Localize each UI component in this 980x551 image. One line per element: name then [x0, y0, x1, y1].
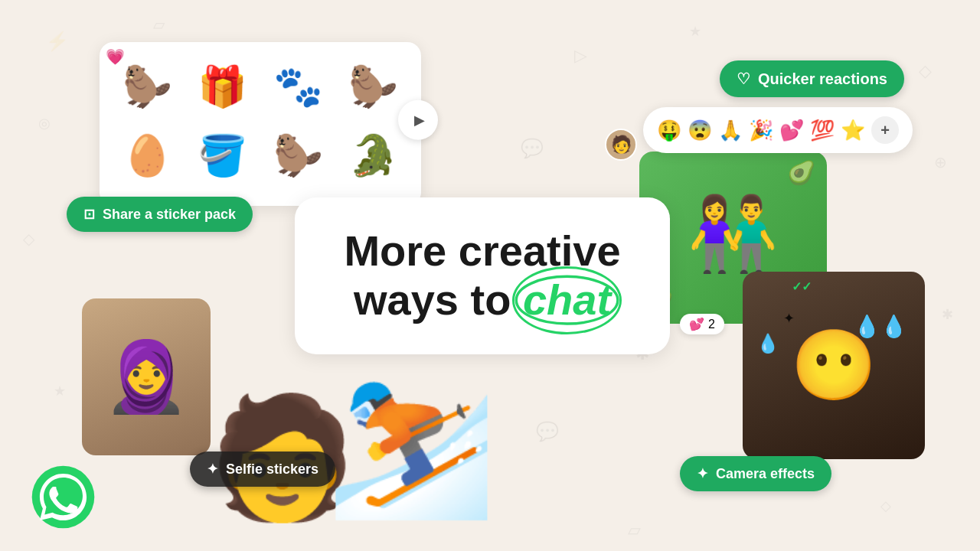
emoji-hearts[interactable]: 💕: [779, 119, 804, 142]
emoji-coin[interactable]: 🤑: [657, 119, 681, 142]
whatsapp-logo: [31, 465, 96, 530]
emoji-star[interactable]: ⭐: [841, 119, 865, 142]
camera-effects-photo: 😶 💧💧 💧 ✦: [743, 272, 925, 459]
play-button[interactable]: ▶: [398, 100, 438, 140]
emoji-scared[interactable]: 😨: [688, 119, 712, 142]
reaction-count-badge: 💕 2: [680, 314, 724, 334]
sticker-3: 🐾: [264, 56, 332, 117]
heart-icon: ♡: [737, 70, 750, 88]
skier-emoji: ⛷️: [325, 375, 498, 513]
camera-effects-label: Camera effects: [716, 466, 815, 482]
play-icon: ▶: [414, 112, 425, 129]
emoji-pray[interactable]: 🙏: [718, 119, 743, 142]
couple-emoji: 👫: [688, 191, 779, 277]
sticker-5: 🥚: [113, 125, 181, 186]
share-sticker-pack-button[interactable]: ⊡ Share a sticker pack: [67, 197, 253, 232]
emoji-party[interactable]: 🎉: [749, 119, 773, 142]
emoji-100[interactable]: 💯: [810, 119, 835, 142]
sparkle1: ✦: [783, 310, 795, 327]
title-highlight: chat: [523, 276, 611, 324]
sticker-2: 🎁: [189, 56, 257, 117]
selfie-icon: ✦: [207, 461, 218, 478]
sticker-pack-card: 🦫 🎁 🐾 🦫 🥚 🪣 🦫 🐊 ▶: [100, 42, 421, 206]
selfie-person1-photo: 🧕: [82, 298, 211, 455]
share-sticker-label: Share a sticker pack: [103, 207, 236, 223]
check-icon: ✓✓: [792, 279, 812, 294]
selfie-person3-skier: ⛷️: [329, 260, 494, 513]
reaction-count: 2: [708, 318, 715, 331]
sticker-8: 🐊: [340, 125, 408, 186]
quicker-reactions-label: Quicker reactions: [758, 70, 887, 88]
heart-decoration: 💗: [106, 47, 125, 66]
sticker-7: 🦫: [264, 125, 332, 186]
face-emoji: 😶 💧💧 💧 ✦: [791, 325, 877, 406]
sticker-grid: 🦫 🎁 🐾 🦫 🥚 🪣 🦫 🐊: [113, 56, 407, 186]
share-icon: ⊡: [83, 206, 95, 223]
selfie-stickers-button[interactable]: ✦ Selfie stickers: [190, 452, 335, 487]
reaction-heart: 💕: [689, 317, 704, 331]
selfie-stickers-label: Selfie stickers: [226, 461, 318, 478]
person1-emoji: 🧕: [103, 337, 189, 417]
quicker-reactions-button[interactable]: ♡ Quicker reactions: [720, 60, 904, 97]
add-reaction-button[interactable]: +: [871, 116, 899, 144]
camera-icon: ✦: [697, 465, 708, 482]
tear-decoration2: 💧: [756, 333, 779, 354]
sticker-6: 🪣: [189, 125, 257, 186]
avatar: 🧑: [605, 129, 637, 161]
camera-effects-button[interactable]: ✦ Camera effects: [680, 456, 831, 491]
emoji-reactions-bar[interactable]: 🤑 😨 🙏 🎉 💕 💯 ⭐ +: [643, 107, 913, 153]
sticker-4: 🦫: [340, 56, 408, 117]
tear-decoration: 💧💧: [854, 314, 907, 339]
